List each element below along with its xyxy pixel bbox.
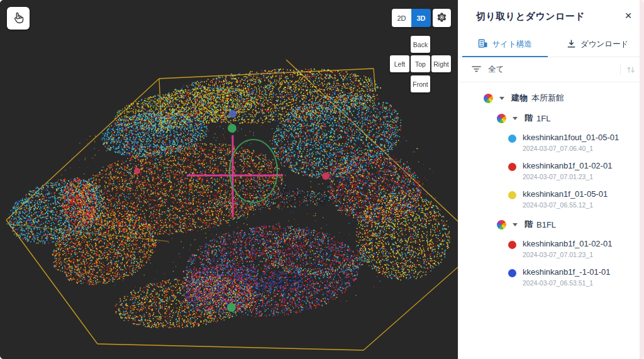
scan-color-dot [508,191,516,199]
view-top-button[interactable]: Top [411,55,430,72]
2d-view-button[interactable]: 2D [392,9,411,27]
divider [620,65,621,75]
tree-node-building[interactable]: 建物本所新館 [484,91,639,105]
tree-node-floor-1FL[interactable]: 階1FL [497,111,639,125]
panel-header: 切り取りとダウンロード × [458,0,644,28]
tree-node-floor-B1FL[interactable]: 階B1FL [497,218,639,231]
scan-item[interactable]: kkeshinkanb1f_-1-01-012024-03-07_06.53.5… [508,267,639,287]
scan-name: kkeshinkan1f_01-05-01 [523,189,608,199]
scan-name: kkeshinkanb1f_01-02-01 [523,161,612,171]
app-window: 2D 3D Back Left Top Right Front 切り取りとダウン… [0,0,644,359]
close-icon[interactable]: × [621,9,635,23]
3d-viewport-canvas[interactable] [0,0,458,359]
node-type-label: 階 [525,113,533,124]
gear-icon [436,12,447,25]
node-name: B1FL [536,220,556,229]
hand-pointer-icon [11,11,25,26]
scan-timestamp: 2024-03-07_07.06.40_1 [523,145,619,152]
panel-scrollbar[interactable] [640,0,644,359]
tab-site-structure[interactable]: サイト構造 [458,33,552,57]
view-back-button[interactable]: Back [411,36,430,53]
scan-color-dot [508,135,516,143]
chevron-down-icon[interactable] [513,223,518,226]
scan-name: kkeshinkanb1f_01-02-01 [523,239,612,249]
filter-row: 全て [458,57,644,82]
scan-item[interactable]: kkeshinkanb1f_01-02-012024-03-07_07.01.2… [508,239,639,258]
site-structure-tree: 建物本所新館階1FLkkeshinkan1fout_01-05-012024-0… [458,82,644,287]
tab-label: ダウンロード [580,39,628,50]
view-left-button[interactable]: Left [390,55,409,72]
scan-name: kkeshinkan1fout_01-05-01 [523,133,619,143]
view-front-button[interactable]: Front [411,75,430,92]
settings-button[interactable] [433,9,451,27]
download-icon [567,39,576,50]
chevron-down-icon[interactable] [513,117,518,120]
point-cloud-viewport: 2D 3D Back Left Top Right Front [0,0,458,359]
crop-download-panel: 切り取りとダウンロード × サイト構造 [458,0,644,359]
3d-view-button[interactable]: 3D [411,9,431,27]
color-wheel-icon [484,94,493,103]
dimension-toggle: 2D 3D [392,9,431,27]
node-type-label: 階 [525,219,533,230]
scan-item[interactable]: kkeshinkan1f_01-05-012024-03-07_06.55.12… [508,189,639,209]
filter-selected-value[interactable]: 全て [488,64,504,75]
scan-name: kkeshinkanb1f_-1-01-01 [523,267,610,277]
chevron-down-icon[interactable] [499,97,504,100]
scan-color-dot [508,269,516,277]
panel-title: 切り取りとダウンロード [476,11,585,21]
node-name: 本所新館 [531,92,564,104]
filter-icon[interactable] [472,65,481,75]
scan-timestamp: 2024-03-07_07.01.23_1 [523,251,612,258]
site-structure-icon [478,38,488,50]
node-type-label: 建物 [511,92,528,104]
view-right-button[interactable]: Right [431,55,451,72]
scan-timestamp: 2024-03-07_06.55.12_1 [523,201,608,209]
scan-timestamp: 2024-03-07_07.01.23_1 [523,173,612,180]
color-wheel-icon [497,114,506,123]
scan-item[interactable]: kkeshinkan1fout_01-05-012024-03-07_07.06… [508,133,639,152]
sort-icon[interactable] [626,65,635,74]
scan-color-dot [508,241,516,249]
panel-tabs: サイト構造 ダウンロード [458,33,644,57]
node-name: 1FL [536,114,550,123]
scan-item[interactable]: kkeshinkanb1f_01-02-012024-03-07_07.01.2… [508,161,639,180]
color-wheel-icon [497,220,506,229]
tab-label: サイト構造 [492,39,532,50]
scan-timestamp: 2024-03-07_06.53.51_1 [523,279,610,287]
tab-download[interactable]: ダウンロード [552,33,644,57]
pan-tool-button[interactable] [7,7,30,30]
scan-color-dot [508,163,516,171]
